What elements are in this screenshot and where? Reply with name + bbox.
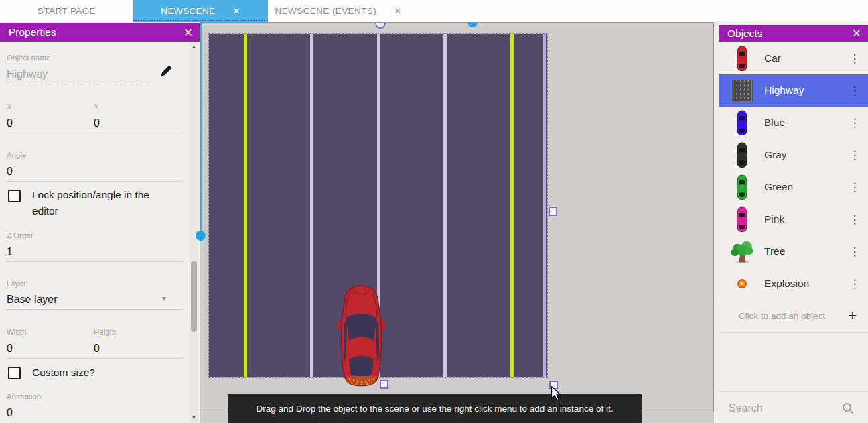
car-pink-icon xyxy=(719,206,760,233)
angle-label: Angle xyxy=(7,151,26,159)
y-field[interactable]: 0 xyxy=(94,117,100,129)
chevron-down-icon[interactable]: ▾ xyxy=(162,294,166,303)
selection-handle-mid-right[interactable] xyxy=(549,207,557,216)
car-instance[interactable] xyxy=(336,284,386,387)
object-row-tree[interactable]: Tree ⋮ xyxy=(719,235,868,268)
animation-label: Animation xyxy=(7,392,41,400)
close-icon[interactable]: ✕ xyxy=(177,26,200,39)
object-row-green[interactable]: Green ⋮ xyxy=(719,171,868,204)
close-icon[interactable]: ✕ xyxy=(232,6,240,16)
objects-panel: Objects ✕ Car ⋮ Highway ⋮ Blue ⋮ xyxy=(719,25,868,423)
drag-tooltip: Drag and Drop the object to the scene or… xyxy=(228,394,642,423)
scroll-up-icon[interactable]: ▲ xyxy=(190,44,198,50)
car-red-icon xyxy=(719,45,760,72)
layer-label: Layer xyxy=(7,280,26,288)
v-scrollbar[interactable] xyxy=(200,22,202,231)
object-row-highway[interactable]: Highway ⋮ xyxy=(719,74,868,107)
properties-scrollbar-thumb[interactable] xyxy=(191,261,197,332)
lane-line-yellow-left xyxy=(244,34,247,377)
objects-panel-header: Objects ✕ xyxy=(719,25,868,42)
properties-panel-header: Properties ✕ xyxy=(0,23,200,42)
object-row-pink[interactable]: Pink ⋮ xyxy=(719,203,868,236)
add-object-button[interactable]: Click to add an object + xyxy=(719,300,868,333)
z-order-field[interactable]: 1 xyxy=(7,246,13,258)
layer-underline xyxy=(7,309,183,310)
object-label: Pink xyxy=(760,213,841,225)
properties-title: Properties xyxy=(0,26,177,38)
drag-tooltip-text: Drag and Drop the object to the scene or… xyxy=(257,404,613,414)
kebab-menu-icon[interactable]: ⋮ xyxy=(841,116,868,130)
object-label: Tree xyxy=(760,245,841,257)
object-row-car[interactable]: Car ⋮ xyxy=(719,42,868,75)
object-label: Gray xyxy=(760,149,841,161)
add-object-label: Click to add an object xyxy=(719,311,837,321)
kebab-menu-icon[interactable]: ⋮ xyxy=(841,148,868,162)
tab-newscene-events-label: NEWSCENE (EVENTS) xyxy=(275,6,377,16)
plus-icon[interactable]: + xyxy=(837,307,868,324)
custom-size-checkbox[interactable] xyxy=(8,367,21,379)
lock-checkbox-label: Lock position/angle in the editor xyxy=(32,187,165,219)
search-bar xyxy=(719,391,868,423)
object-row-explosion[interactable]: Explosion ⋮ xyxy=(719,267,868,300)
scroll-down-icon[interactable]: ▼ xyxy=(190,414,198,420)
object-label: Blue xyxy=(760,117,841,129)
lane-line-edge xyxy=(543,34,546,377)
kebab-menu-icon[interactable]: ⋮ xyxy=(841,52,868,66)
object-row-blue[interactable]: Blue ⋮ xyxy=(719,107,868,139)
tree-icon xyxy=(719,240,760,263)
kebab-menu-icon[interactable]: ⋮ xyxy=(841,245,868,259)
kebab-menu-icon[interactable]: ⋮ xyxy=(841,277,868,291)
highway-icon xyxy=(719,80,760,101)
object-label: Highway xyxy=(760,84,841,97)
search-icon[interactable] xyxy=(841,402,855,415)
search-input[interactable] xyxy=(719,402,841,415)
kebab-menu-icon[interactable]: ⋮ xyxy=(841,84,868,98)
x-field[interactable]: 0 xyxy=(7,117,13,129)
tab-bar: START PAGE NEWSCENE ✕ NEWSCENE (EVENTS) … xyxy=(0,0,868,22)
tab-start-page[interactable]: START PAGE xyxy=(0,0,133,22)
height-label: Height xyxy=(94,328,116,336)
mouse-cursor xyxy=(551,386,562,402)
object-name-label: Object name xyxy=(7,54,50,62)
properties-panel: Properties ✕ Object name Highway X Y 0 0… xyxy=(0,23,200,423)
object-label: Green xyxy=(760,181,841,193)
objects-title: Objects xyxy=(719,27,845,40)
tab-newscene-label: NEWSCENE xyxy=(161,6,215,16)
kebab-menu-icon[interactable]: ⋮ xyxy=(841,180,868,194)
angle-field[interactable]: 0 xyxy=(7,166,13,178)
y-label: Y xyxy=(94,103,99,111)
object-row-gray[interactable]: Gray ⋮ xyxy=(719,139,868,172)
object-label: Explosion xyxy=(760,278,841,290)
close-icon[interactable]: ✕ xyxy=(394,6,401,16)
object-name-underline xyxy=(7,84,149,84)
selection-handle-bottom-center[interactable] xyxy=(380,380,388,389)
custom-size-label: Custom size? xyxy=(32,365,95,381)
close-icon[interactable]: ✕ xyxy=(845,27,868,40)
kebab-menu-icon[interactable]: ⋮ xyxy=(841,213,868,227)
zorder-underline xyxy=(7,261,183,262)
lock-checkbox[interactable] xyxy=(8,190,21,202)
x-label: X xyxy=(7,103,12,111)
width-field[interactable]: 0 xyxy=(7,343,13,355)
edit-pencil-icon[interactable] xyxy=(159,64,173,78)
canvas-gap-strip xyxy=(714,22,719,423)
object-name-field[interactable]: Highway xyxy=(7,68,48,80)
animation-field[interactable]: 0 xyxy=(7,407,13,419)
tab-newscene-events[interactable]: NEWSCENE (EVENTS) ✕ xyxy=(268,0,409,22)
size-underline xyxy=(7,358,183,359)
lane-line-white-1 xyxy=(310,34,313,377)
layer-select[interactable]: Base layer xyxy=(7,294,58,306)
width-label: Width xyxy=(7,328,26,336)
tab-newscene[interactable]: NEWSCENE ✕ xyxy=(133,0,268,22)
object-label: Car xyxy=(760,52,841,64)
tab-start-page-label: START PAGE xyxy=(38,6,96,16)
angle-underline xyxy=(7,181,183,182)
xy-underline xyxy=(7,133,183,133)
z-order-label: Z Order xyxy=(7,231,33,239)
car-gray-icon xyxy=(719,141,760,168)
lane-line-white-3 xyxy=(443,34,447,377)
height-field[interactable]: 0 xyxy=(94,343,100,355)
v-scrollbar-thumb[interactable] xyxy=(196,231,206,241)
car-green-icon xyxy=(719,174,760,200)
car-blue-icon xyxy=(719,109,760,136)
